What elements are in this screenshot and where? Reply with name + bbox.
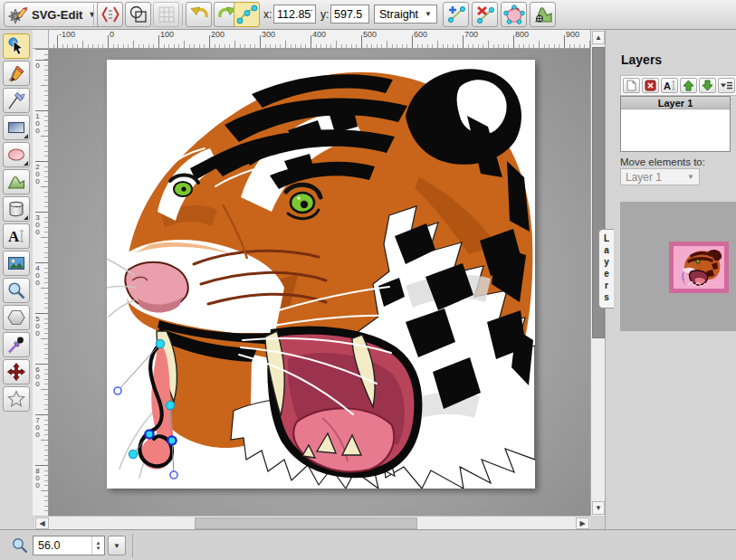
flyout-arrow-icon — [24, 161, 28, 166]
image-tool-button[interactable] — [3, 251, 30, 276]
workspace[interactable] — [49, 49, 590, 516]
rename-layer-button[interactable]: A — [661, 78, 678, 93]
shape-library-button[interactable] — [3, 196, 30, 222]
add-node-button[interactable] — [443, 2, 469, 27]
scroll-right-button[interactable]: ▶ — [576, 517, 589, 529]
down-arrow-icon: ▼ — [595, 504, 602, 512]
path-tool-button[interactable] — [3, 169, 30, 195]
zoom-spinner[interactable]: ▲ ▼ — [91, 536, 104, 555]
add-subpath-button[interactable] — [530, 2, 556, 27]
x-coordinate-input[interactable] — [273, 5, 316, 24]
move-select-caret-icon: ▼ — [687, 173, 694, 181]
main-menu-button[interactable]: SVG-Edit ▼ — [4, 2, 104, 27]
rename-layer-icon: A — [664, 80, 676, 91]
source-code-button[interactable] — [97, 2, 123, 27]
move-elements-select[interactable]: Layer 1 ▼ — [620, 168, 700, 185]
ruler-top-label: 100 — [160, 30, 174, 39]
layer-menu-icon — [721, 80, 733, 91]
close-path-button[interactable] — [501, 2, 527, 27]
delete-layer-icon — [645, 80, 656, 91]
wireframe-button[interactable] — [125, 2, 151, 27]
image-tool-icon — [6, 253, 26, 273]
eyedropper-tool-icon — [6, 335, 26, 355]
ruler-left-label: 500 — [33, 315, 42, 337]
status-bar: 56.0 ▲ ▼ ▼ — [0, 529, 736, 560]
overview-panel — [620, 202, 736, 331]
y-coordinate-label: y: — [320, 8, 329, 21]
toolbar-separator — [182, 4, 183, 25]
delete-node-button[interactable] — [472, 2, 498, 27]
drawing-thumbnail — [669, 242, 729, 293]
right-arrow-icon: ▶ — [579, 519, 585, 527]
source-code-icon — [100, 5, 120, 24]
layers-sidebar-toggle-tab[interactable]: Layers — [598, 229, 614, 308]
segment-type-select[interactable]: Straight ▼ — [374, 5, 437, 24]
undo-button[interactable] — [186, 2, 212, 27]
up-arrow-icon: ▲ — [595, 33, 602, 42]
svg-text:A: A — [664, 81, 671, 91]
ruler-top-label: 0 — [110, 30, 114, 39]
ruler-top-label: 200 — [211, 30, 225, 39]
toolbar-separator — [93, 4, 94, 25]
ruler-top-label: 600 — [414, 30, 427, 39]
tiger-artwork — [107, 60, 535, 489]
move-layer-down-button[interactable] — [699, 78, 716, 93]
ruler-left-label: 200 — [33, 163, 42, 185]
horizontal-scroll-thumb[interactable] — [195, 517, 417, 529]
ruler-left-label: 800 — [33, 467, 42, 489]
zoom-level-value: 56.0 — [33, 539, 91, 552]
right-sidebar: Layers A — [605, 30, 736, 529]
new-layer-icon — [626, 80, 637, 91]
ruler-top-label: 400 — [312, 30, 326, 39]
layer-menu-button[interactable] — [718, 78, 735, 93]
flyout-arrow-icon — [24, 215, 28, 220]
zoom-tool-button[interactable] — [3, 278, 30, 303]
layer-list[interactable]: Layer 1 — [620, 96, 731, 152]
y-coordinate-input[interactable] — [330, 5, 369, 24]
polygon-tool-button[interactable] — [3, 305, 30, 330]
layer-row[interactable]: Layer 1 — [621, 97, 730, 109]
new-layer-button[interactable] — [623, 78, 640, 93]
select-tool-button[interactable] — [3, 33, 30, 59]
ellipse-tool-button[interactable] — [3, 142, 30, 167]
text-tool-icon: A — [6, 226, 26, 246]
layer-up-arrow-icon — [683, 80, 694, 91]
layer-buttons-row: A — [620, 75, 736, 96]
vertical-ruler: 0100200300400500600700800900 — [33, 49, 49, 516]
wireframe-icon — [129, 5, 148, 24]
ruler-left-label: 700 — [33, 416, 42, 438]
thumbnail-tiger-image — [674, 246, 724, 289]
ruler-left-label: 600 — [33, 365, 42, 387]
scroll-up-button[interactable]: ▲ — [592, 31, 605, 44]
undo-icon — [188, 4, 210, 25]
add-node-icon — [445, 4, 467, 25]
select-tool-icon — [6, 36, 26, 56]
horizontal-scrollbar[interactable]: ◀ ▶ — [34, 516, 590, 529]
text-tool-button[interactable]: A — [3, 223, 30, 249]
move-elements-label: Move elements to: — [620, 157, 705, 167]
segment-type-value: Straight — [379, 8, 418, 21]
delete-layer-button[interactable] — [642, 78, 659, 93]
grid-button[interactable] — [153, 2, 179, 27]
star-tool-icon — [6, 389, 26, 409]
pencil-tool-button[interactable] — [3, 61, 30, 86]
zoom-preset-dropdown-button[interactable]: ▼ — [108, 536, 126, 555]
add-subpath-icon — [532, 4, 554, 25]
line-tool-button[interactable] — [3, 88, 30, 113]
scroll-left-button[interactable]: ◀ — [35, 517, 49, 529]
scroll-down-button[interactable]: ▼ — [592, 501, 605, 515]
zoom-level-field[interactable]: 56.0 ▲ ▼ — [33, 536, 105, 555]
pan-tool-button[interactable] — [3, 359, 30, 384]
star-tool-button[interactable] — [3, 386, 30, 412]
move-layer-up-button[interactable] — [680, 78, 697, 93]
grid-icon — [157, 5, 177, 24]
rect-tool-button[interactable] — [3, 115, 30, 140]
ruler-top-label: 500 — [363, 30, 377, 39]
eyedropper-tool-button[interactable] — [3, 332, 30, 357]
flyout-arrow-icon — [24, 134, 28, 138]
ruler-left-label: 100 — [33, 112, 42, 134]
node-edit-mode-button[interactable] — [234, 2, 260, 27]
zoom-tool-icon — [6, 280, 26, 300]
svg-edit-logo-icon — [8, 5, 28, 24]
drawing-canvas[interactable] — [107, 60, 535, 489]
